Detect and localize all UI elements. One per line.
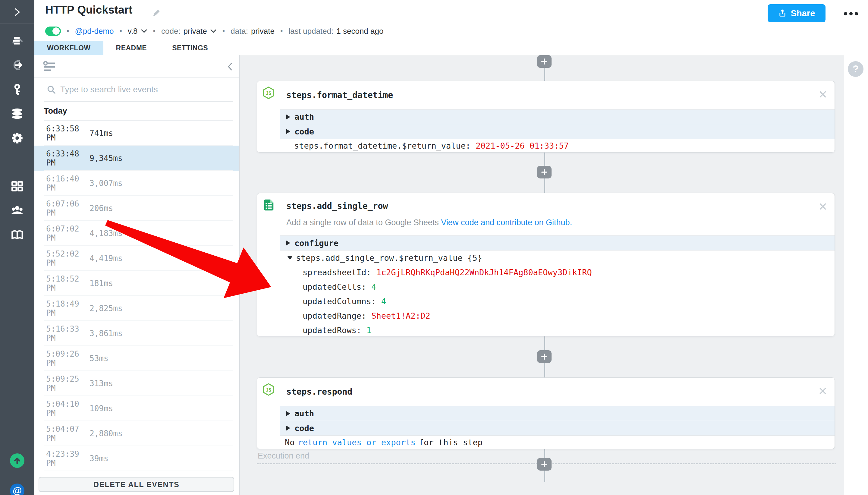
app-root: @ HTTP Quickstart Share • @pd-demo • v.8 <box>0 0 868 495</box>
filter-events-button[interactable] <box>41 61 55 73</box>
avatar-glyph: @ <box>13 485 22 495</box>
search-input[interactable] <box>60 82 222 97</box>
pencil-icon <box>151 7 162 18</box>
event-list-item[interactable]: 5:16:33 PM 3,861ms <box>34 321 239 346</box>
return-field: updatedRows: 1 <box>280 323 835 337</box>
edit-title-button[interactable] <box>149 7 162 20</box>
share-label: Share <box>791 8 815 18</box>
return-value-expander[interactable]: steps.add_single_row.$return_value {5} <box>280 251 835 265</box>
close-step-button[interactable] <box>816 201 829 213</box>
section-code[interactable]: code <box>280 124 835 139</box>
code-visibility-dropdown[interactable]: code: private <box>161 27 217 36</box>
event-list: 6:33:58 PM 741ms 6:33:48 PM 9,345ms 6:16… <box>34 121 239 471</box>
live-events-panel: Today 6:33:58 PM 741ms 6:33:48 PM 9,345m… <box>34 55 240 495</box>
event-list-item[interactable]: 5:18:52 PM 181ms <box>34 271 239 296</box>
more-menu-button[interactable] <box>841 8 860 19</box>
svg-text:JS: JS <box>266 387 271 393</box>
step-card-format-datetime: JS steps.format_datetime auth <box>257 81 835 153</box>
event-time: 5:09:25 PM <box>46 374 89 393</box>
search-icon <box>47 85 56 95</box>
sidebar-item-event-sources[interactable] <box>10 58 24 72</box>
share-icon <box>778 9 787 17</box>
deploy-toggle[interactable] <box>45 27 61 36</box>
event-list-item[interactable]: 6:33:58 PM 741ms <box>34 121 239 146</box>
sidebar-expand-button[interactable] <box>10 5 24 19</box>
event-time: 6:16:40 PM <box>46 174 89 192</box>
book-icon <box>10 228 24 242</box>
tab-settings[interactable]: SETTINGS <box>159 41 221 55</box>
event-list-item[interactable]: 6:16:40 PM 3,007ms <box>34 171 239 195</box>
section-configure[interactable]: configure <box>280 236 835 250</box>
close-icon <box>818 386 828 396</box>
event-time: 6:33:58 PM <box>46 124 89 142</box>
step-title: steps.add_single_row <box>286 201 388 211</box>
github-link[interactable]: View code and contribute on Github. <box>441 218 572 227</box>
event-list-item[interactable]: 5:52:02 PM 4,419ms <box>34 246 239 271</box>
section-auth[interactable]: auth <box>280 110 835 124</box>
event-time: 5:04:10 PM <box>46 399 89 417</box>
sidebar-item-apps[interactable] <box>10 179 24 193</box>
event-list-item[interactable]: 5:04:10 PM 109ms <box>34 396 239 421</box>
sidebar-divider <box>0 23 34 24</box>
toggle-knob <box>52 28 60 35</box>
owner-link[interactable]: @pd-demo <box>75 27 114 36</box>
event-list-item[interactable]: 5:04:07 PM 2,880ms <box>34 421 239 446</box>
add-step-button-1[interactable] <box>537 55 552 68</box>
execution-end-label: Execution end <box>258 451 309 461</box>
key-icon <box>10 83 24 97</box>
section-code[interactable]: code <box>280 421 835 435</box>
version-dropdown[interactable]: v.8 <box>128 27 147 36</box>
event-time: 5:09:26 PM <box>46 349 89 368</box>
event-time: 5:18:49 PM <box>46 300 89 318</box>
event-list-item[interactable]: 6:07:02 PM 4,183ms <box>34 221 239 246</box>
event-duration: 3,007ms <box>89 179 123 188</box>
google-sheets-icon <box>262 198 275 211</box>
close-step-button[interactable] <box>816 88 829 101</box>
exports-docs-link[interactable]: return values or exports <box>298 438 416 447</box>
event-list-item[interactable]: 4:23:39 PM 39ms <box>34 446 239 471</box>
sidebar-item-settings[interactable] <box>10 131 24 145</box>
step-description: Add a single row of data to Google Sheet… <box>286 218 572 227</box>
chevron-down-icon <box>141 29 147 33</box>
add-step-button-2[interactable] <box>537 166 552 178</box>
tab-readme[interactable]: README <box>103 41 160 55</box>
sidebar-item-accounts[interactable] <box>10 82 24 97</box>
event-time: 4:23:39 PM <box>46 449 89 467</box>
workflows-icon <box>10 34 24 48</box>
expander-triangle-icon <box>286 115 290 119</box>
event-duration: 741ms <box>89 129 113 138</box>
return-field: spreadsheetId: 1c2GjLRQhRKqPdaHQ22WnDkJh… <box>280 265 835 279</box>
sidebar-item-docs[interactable] <box>10 227 24 242</box>
people-icon <box>10 204 24 217</box>
event-time: 6:07:06 PM <box>46 199 89 217</box>
step-return-block: steps.add_single_row.$return_value {5} s… <box>280 250 835 337</box>
sidebar-item-workflows[interactable] <box>10 33 24 48</box>
delete-all-events-button[interactable]: DELETE ALL EVENTS <box>39 477 234 492</box>
return-field: updatedColumns: 4 <box>280 294 835 308</box>
help-button[interactable]: ? <box>848 61 864 77</box>
event-list-item[interactable]: 6:33:48 PM 9,345ms <box>34 146 239 171</box>
sidebar-item-community[interactable] <box>10 203 24 218</box>
event-list-item[interactable]: 5:09:26 PM 53ms <box>34 346 239 371</box>
app-sidebar: @ <box>0 0 34 495</box>
collapse-panel-button[interactable] <box>224 61 236 73</box>
share-button[interactable]: Share <box>768 4 826 22</box>
tab-workflow[interactable]: WORKFLOW <box>34 41 103 55</box>
event-time: 5:04:07 PM <box>46 425 89 443</box>
event-list-item[interactable]: 5:09:25 PM 313ms <box>34 371 239 396</box>
chevron-down-icon <box>210 29 217 33</box>
add-step-button-3[interactable] <box>537 350 552 363</box>
event-duration: 2,825ms <box>89 304 123 313</box>
account-avatar[interactable]: @ <box>10 483 24 495</box>
expander-triangle-icon <box>286 129 290 134</box>
event-list-item[interactable]: 6:07:06 PM 206ms <box>34 195 239 221</box>
plus-icon <box>540 353 548 361</box>
sidebar-item-data-stores[interactable] <box>10 106 24 121</box>
close-step-button[interactable] <box>816 385 829 398</box>
section-auth[interactable]: auth <box>280 406 835 421</box>
add-step-button-4[interactable] <box>537 458 552 471</box>
upgrade-button[interactable] <box>10 454 24 468</box>
event-list-item[interactable]: 5:18:49 PM 2,825ms <box>34 296 239 321</box>
gear-icon <box>10 131 24 145</box>
step-card-add-single-row: steps.add_single_row Add a single row of… <box>257 193 835 337</box>
